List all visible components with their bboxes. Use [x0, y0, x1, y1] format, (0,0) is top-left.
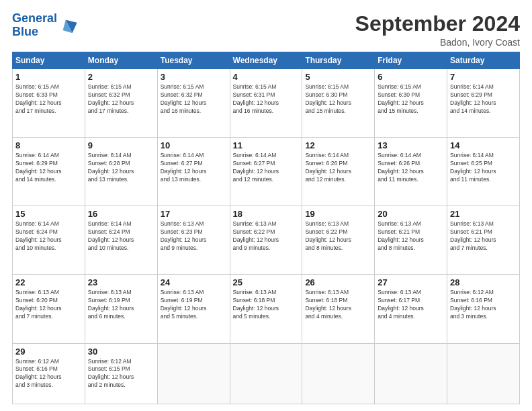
day-info: Sunrise: 6:13 AM Sunset: 6:22 PM Dayligh… [233, 220, 279, 251]
day-cell: 21 Sunrise: 6:13 AM Sunset: 6:21 PM Dayl… [447, 206, 520, 275]
day-number: 23 [88, 277, 154, 287]
week-row-2: 8 Sunrise: 6:14 AM Sunset: 6:29 PM Dayli… [13, 138, 520, 206]
day-info: Sunrise: 6:14 AM Sunset: 6:24 PM Dayligh… [15, 220, 62, 251]
day-cell: 8 Sunrise: 6:14 AM Sunset: 6:29 PM Dayli… [13, 138, 85, 206]
day-cell: 2 Sunrise: 6:15 AM Sunset: 6:32 PM Dayli… [85, 69, 157, 138]
day-info: Sunrise: 6:12 AM Sunset: 6:16 PM Dayligh… [15, 358, 62, 389]
week-row-1: 1 Sunrise: 6:15 AM Sunset: 6:33 PM Dayli… [13, 69, 520, 138]
day-info: Sunrise: 6:15 AM Sunset: 6:30 PM Dayligh… [378, 83, 424, 114]
day-cell: 29 Sunrise: 6:12 AM Sunset: 6:16 PM Dayl… [13, 343, 85, 404]
day-cell: 12 Sunrise: 6:14 AM Sunset: 6:26 PM Dayl… [302, 138, 375, 206]
day-cell [375, 343, 447, 404]
day-number: 26 [305, 277, 371, 287]
day-cell: 26 Sunrise: 6:13 AM Sunset: 6:18 PM Dayl… [302, 275, 375, 343]
day-number: 20 [378, 209, 444, 219]
logo: General Blue [12, 12, 78, 39]
day-cell: 11 Sunrise: 6:14 AM Sunset: 6:27 PM Dayl… [230, 138, 302, 206]
day-info: Sunrise: 6:13 AM Sunset: 6:23 PM Dayligh… [161, 220, 207, 251]
day-number: 8 [15, 140, 82, 150]
day-number: 21 [450, 209, 517, 219]
day-number: 15 [15, 209, 82, 219]
week-row-3: 15 Sunrise: 6:14 AM Sunset: 6:24 PM Dayl… [13, 206, 520, 275]
day-info: Sunrise: 6:13 AM Sunset: 6:18 PM Dayligh… [233, 289, 279, 320]
day-info: Sunrise: 6:14 AM Sunset: 6:27 PM Dayligh… [161, 152, 207, 183]
title-block: September 2024 Badon, Ivory Coast [355, 12, 520, 48]
day-cell: 20 Sunrise: 6:13 AM Sunset: 6:21 PM Dayl… [375, 206, 447, 275]
logo-icon [59, 16, 78, 35]
day-cell: 14 Sunrise: 6:14 AM Sunset: 6:25 PM Dayl… [447, 138, 520, 206]
day-info: Sunrise: 6:12 AM Sunset: 6:16 PM Dayligh… [450, 289, 496, 320]
header-row: SundayMondayTuesdayWednesdayThursdayFrid… [13, 52, 520, 69]
day-cell: 4 Sunrise: 6:15 AM Sunset: 6:31 PM Dayli… [230, 69, 302, 138]
day-info: Sunrise: 6:14 AM Sunset: 6:26 PM Dayligh… [305, 152, 351, 183]
day-number: 2 [88, 72, 154, 82]
header-cell-sunday: Sunday [13, 52, 85, 69]
day-info: Sunrise: 6:14 AM Sunset: 6:29 PM Dayligh… [450, 83, 496, 114]
day-info: Sunrise: 6:14 AM Sunset: 6:27 PM Dayligh… [233, 152, 279, 183]
day-number: 4 [233, 72, 300, 82]
day-info: Sunrise: 6:15 AM Sunset: 6:33 PM Dayligh… [15, 83, 62, 114]
calendar-subtitle: Badon, Ivory Coast [355, 37, 520, 48]
day-info: Sunrise: 6:13 AM Sunset: 6:21 PM Dayligh… [378, 220, 424, 251]
day-number: 24 [161, 277, 227, 287]
day-number: 29 [15, 347, 82, 357]
header-cell-thursday: Thursday [302, 52, 375, 69]
day-info: Sunrise: 6:13 AM Sunset: 6:21 PM Dayligh… [450, 220, 496, 251]
week-row-5: 29 Sunrise: 6:12 AM Sunset: 6:16 PM Dayl… [13, 343, 520, 404]
day-info: Sunrise: 6:14 AM Sunset: 6:29 PM Dayligh… [15, 152, 62, 183]
day-cell: 6 Sunrise: 6:15 AM Sunset: 6:30 PM Dayli… [375, 69, 447, 138]
day-cell: 3 Sunrise: 6:15 AM Sunset: 6:32 PM Dayli… [157, 69, 230, 138]
day-cell: 16 Sunrise: 6:14 AM Sunset: 6:24 PM Dayl… [85, 206, 157, 275]
day-cell: 28 Sunrise: 6:12 AM Sunset: 6:16 PM Dayl… [447, 275, 520, 343]
day-info: Sunrise: 6:15 AM Sunset: 6:32 PM Dayligh… [88, 83, 134, 114]
day-number: 7 [450, 72, 517, 82]
day-cell: 19 Sunrise: 6:13 AM Sunset: 6:22 PM Dayl… [302, 206, 375, 275]
day-number: 9 [88, 140, 154, 150]
day-info: Sunrise: 6:13 AM Sunset: 6:19 PM Dayligh… [88, 289, 134, 320]
day-info: Sunrise: 6:13 AM Sunset: 6:19 PM Dayligh… [161, 289, 207, 320]
day-cell: 25 Sunrise: 6:13 AM Sunset: 6:18 PM Dayl… [230, 275, 302, 343]
week-row-4: 22 Sunrise: 6:13 AM Sunset: 6:20 PM Dayl… [13, 275, 520, 343]
header-cell-tuesday: Tuesday [157, 52, 230, 69]
day-cell [447, 343, 520, 404]
day-number: 6 [378, 72, 444, 82]
day-number: 11 [233, 140, 300, 150]
day-number: 14 [450, 140, 517, 150]
day-cell: 13 Sunrise: 6:14 AM Sunset: 6:26 PM Dayl… [375, 138, 447, 206]
day-info: Sunrise: 6:12 AM Sunset: 6:15 PM Dayligh… [88, 358, 134, 389]
day-info: Sunrise: 6:14 AM Sunset: 6:26 PM Dayligh… [378, 152, 424, 183]
day-number: 18 [233, 209, 300, 219]
day-number: 30 [88, 347, 154, 357]
day-number: 3 [161, 72, 227, 82]
page: General Blue September 2024 Badon, Ivory… [0, 0, 532, 411]
day-cell: 7 Sunrise: 6:14 AM Sunset: 6:29 PM Dayli… [447, 69, 520, 138]
day-cell: 9 Sunrise: 6:14 AM Sunset: 6:28 PM Dayli… [85, 138, 157, 206]
day-cell: 5 Sunrise: 6:15 AM Sunset: 6:30 PM Dayli… [302, 69, 375, 138]
day-info: Sunrise: 6:13 AM Sunset: 6:22 PM Dayligh… [305, 220, 351, 251]
day-number: 16 [88, 209, 154, 219]
day-number: 27 [378, 277, 444, 287]
logo-text: General Blue [12, 12, 57, 39]
day-cell [157, 343, 230, 404]
header-cell-wednesday: Wednesday [230, 52, 302, 69]
day-number: 1 [15, 72, 82, 82]
day-number: 10 [161, 140, 227, 150]
day-info: Sunrise: 6:15 AM Sunset: 6:32 PM Dayligh… [161, 83, 207, 114]
day-cell: 10 Sunrise: 6:14 AM Sunset: 6:27 PM Dayl… [157, 138, 230, 206]
calendar-title: September 2024 [355, 12, 520, 36]
header-cell-friday: Friday [375, 52, 447, 69]
day-info: Sunrise: 6:15 AM Sunset: 6:31 PM Dayligh… [233, 83, 279, 114]
day-info: Sunrise: 6:13 AM Sunset: 6:17 PM Dayligh… [378, 289, 424, 320]
day-cell: 1 Sunrise: 6:15 AM Sunset: 6:33 PM Dayli… [13, 69, 85, 138]
day-info: Sunrise: 6:13 AM Sunset: 6:18 PM Dayligh… [305, 289, 351, 320]
day-cell: 22 Sunrise: 6:13 AM Sunset: 6:20 PM Dayl… [13, 275, 85, 343]
day-number: 25 [233, 277, 300, 287]
day-info: Sunrise: 6:15 AM Sunset: 6:30 PM Dayligh… [305, 83, 351, 114]
day-number: 13 [378, 140, 444, 150]
day-cell: 18 Sunrise: 6:13 AM Sunset: 6:22 PM Dayl… [230, 206, 302, 275]
day-info: Sunrise: 6:13 AM Sunset: 6:20 PM Dayligh… [15, 289, 62, 320]
day-cell: 24 Sunrise: 6:13 AM Sunset: 6:19 PM Dayl… [157, 275, 230, 343]
day-number: 22 [15, 277, 82, 287]
day-info: Sunrise: 6:14 AM Sunset: 6:25 PM Dayligh… [450, 152, 496, 183]
day-number: 19 [305, 209, 371, 219]
